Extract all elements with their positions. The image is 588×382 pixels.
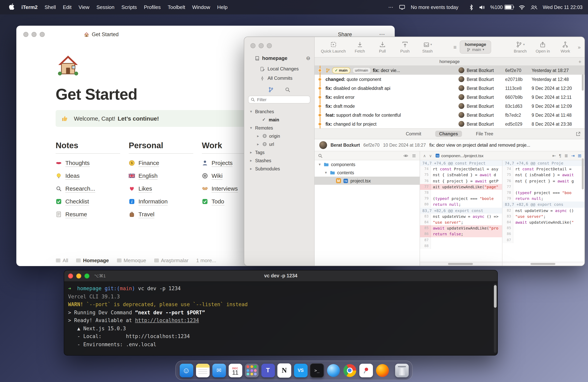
menu-window[interactable]: Window — [189, 4, 214, 10]
prev-chunk-icon[interactable]: ∧ — [423, 153, 426, 158]
battery-status[interactable]: %100 — [490, 4, 513, 10]
page-link-thoughts[interactable]: Thoughts — [56, 158, 120, 168]
notification-text[interactable]: No more events today — [411, 4, 459, 10]
unified-view-icon[interactable]: ⇥ — [571, 153, 575, 158]
repo-branch-selector[interactable]: homepage main ▾ — [460, 41, 491, 54]
terminal-scrollbar-thumb[interactable] — [494, 285, 497, 308]
tab-commit[interactable]: Commit — [402, 131, 425, 137]
toolbar-fetch-button[interactable]: Fetch — [351, 41, 368, 53]
commit-row[interactable]: fix: changed id for project Berat Bozkur… — [315, 119, 585, 128]
menu-edit[interactable]: Edit — [59, 4, 75, 10]
wrap-lines-icon[interactable]: ⇤ — [552, 153, 556, 158]
zoom-button[interactable] — [267, 43, 272, 48]
view-options-icon[interactable] — [403, 153, 408, 158]
repo-header[interactable]: homepage ⊖ — [244, 48, 314, 63]
commit-list-scrollbar[interactable] — [582, 74, 584, 91]
menu-session[interactable]: Session — [93, 4, 118, 10]
filter-input[interactable] — [248, 96, 310, 104]
new-tab-icon[interactable]: + — [578, 59, 581, 64]
minimize-button[interactable] — [32, 32, 37, 37]
horizontal-scrollbar[interactable] — [503, 262, 585, 266]
page-link-checklist[interactable]: Checklist — [56, 196, 120, 207]
view-tab-homepage[interactable]: Homepage — [76, 257, 109, 263]
toolbar-pull-button[interactable]: Pull — [374, 41, 391, 53]
tab-file-tree[interactable]: File Tree — [472, 131, 497, 137]
more-tabs[interactable]: 1 more... — [196, 257, 216, 263]
menu-toolbelt[interactable]: Toolbelt — [164, 4, 189, 10]
open-external-icon[interactable] — [576, 131, 581, 136]
horizontal-scrollbar[interactable] — [420, 262, 502, 266]
menu-profiles[interactable]: Profiles — [140, 4, 164, 10]
toolbar-stash-button[interactable]: ▾ Stash — [419, 41, 436, 53]
page-link-ideas[interactable]: Ideas — [56, 170, 120, 181]
more-status-icon[interactable]: ⋯ — [388, 4, 394, 10]
minimize-button[interactable] — [76, 273, 81, 278]
commit-row[interactable]: fix: draft mode Berat Bozkurt 83c1d63 9 … — [315, 102, 585, 110]
terminal-titlebar[interactable]: ⌥⌘1 vc dev -p 1234 — [64, 270, 497, 282]
menu-scripts[interactable]: Scripts — [118, 4, 140, 10]
dock-teams[interactable]: T — [261, 363, 275, 377]
menu-help[interactable]: Help — [214, 4, 231, 10]
file-contents[interactable]: ▾contents — [315, 169, 420, 177]
menu-shell[interactable]: Shell — [41, 4, 59, 10]
dock-vscode[interactable]: VS — [294, 363, 308, 377]
view-tab-ara-t-rmalar[interactable]: Araştırmalar — [154, 257, 189, 263]
branches-tab-icon[interactable] — [268, 87, 274, 93]
bluetooth-icon[interactable] — [469, 4, 473, 10]
zoom-button[interactable] — [84, 273, 89, 278]
dock-notes[interactable] — [196, 363, 210, 377]
sidebar-all-commits[interactable]: All Commits — [244, 74, 314, 83]
dock-iterm[interactable]: >_ — [310, 363, 324, 377]
zoom-button[interactable] — [40, 32, 45, 37]
display-icon[interactable] — [399, 5, 405, 10]
page-link-travel[interactable]: Travel — [129, 209, 193, 219]
tree-origin[interactable]: ▸ origin — [244, 132, 314, 140]
tab-changes[interactable]: Changes — [435, 131, 462, 137]
wifi-icon[interactable] — [519, 5, 525, 10]
tree-tags[interactable]: ▸ Tags — [244, 148, 314, 156]
menu-bar-clock[interactable]: Wed Dec 11 22:03 — [543, 4, 583, 10]
tree-stashes[interactable]: ▸ Stashes — [244, 156, 314, 165]
toolbar-work-button[interactable]: Work — [557, 41, 574, 53]
volume-icon[interactable] — [479, 4, 485, 10]
commit-row[interactable]: changed: quote component Berat Bozkurt e… — [315, 75, 585, 84]
page-icon[interactable] — [56, 52, 81, 77]
dock-trash[interactable] — [395, 363, 409, 377]
dock-browser[interactable] — [326, 363, 340, 377]
commit-row[interactable]: fix: disabled on disableddraft api Berat… — [315, 84, 585, 93]
page-link-finance[interactable]: $Finance — [129, 158, 193, 168]
toolbar-overflow-icon[interactable]: » — [578, 44, 581, 50]
close-button[interactable] — [251, 43, 255, 48]
repo-tab[interactable]: homepage — [440, 59, 460, 64]
sidebar-local-changes[interactable]: Local Changes — [244, 64, 314, 74]
page-link-english[interactable]: English — [129, 170, 193, 181]
page-link-likes[interactable]: Likes — [129, 183, 193, 194]
search-tab-icon[interactable] — [285, 87, 291, 93]
split-view-icon[interactable]: ⊞ — [578, 153, 581, 158]
view-tab-memoque[interactable]: Memoque — [117, 257, 146, 263]
tree-submodules[interactable]: ▸ Submodules — [244, 165, 314, 173]
list-view-icon[interactable] — [411, 153, 417, 158]
dock-finder[interactable]: ☺ — [179, 363, 193, 377]
page-link-resume[interactable]: Resume — [56, 209, 120, 219]
terminal-body[interactable]: ➜ homepage git:(main) vc dev -p 1234Verc… — [64, 282, 497, 352]
branch-badge-url-main[interactable]: url/main — [352, 67, 371, 73]
tree-remotes[interactable]: ▾ Remotes — [244, 124, 314, 132]
breadcrumb[interactable]: Get Started — [84, 31, 119, 37]
context-lines-icon[interactable]: ≣ — [565, 153, 568, 158]
dock-firefox[interactable] — [375, 363, 389, 377]
toolbar-open-in-button[interactable]: Open in — [534, 41, 551, 53]
share-button[interactable]: Share — [338, 31, 352, 37]
dock-chrome[interactable] — [343, 363, 357, 377]
toolbar-quick-launch-button[interactable]: Quick Launch — [321, 41, 346, 53]
tree-url[interactable]: ▸ url — [244, 140, 314, 148]
page-link-research[interactable]: Research... — [56, 183, 120, 194]
commit-row[interactable]: feat: support draft mode for contentful … — [315, 110, 585, 119]
user-switch-icon[interactable] — [530, 5, 537, 10]
minimize-button[interactable] — [259, 43, 264, 48]
branch-badge-main[interactable]: ✓main — [332, 67, 350, 73]
close-button[interactable] — [68, 273, 73, 278]
menu-app-name[interactable]: iTerm2 — [18, 4, 41, 10]
close-button[interactable] — [23, 32, 28, 37]
tree-branches[interactable]: ▾ Branches — [244, 107, 314, 116]
